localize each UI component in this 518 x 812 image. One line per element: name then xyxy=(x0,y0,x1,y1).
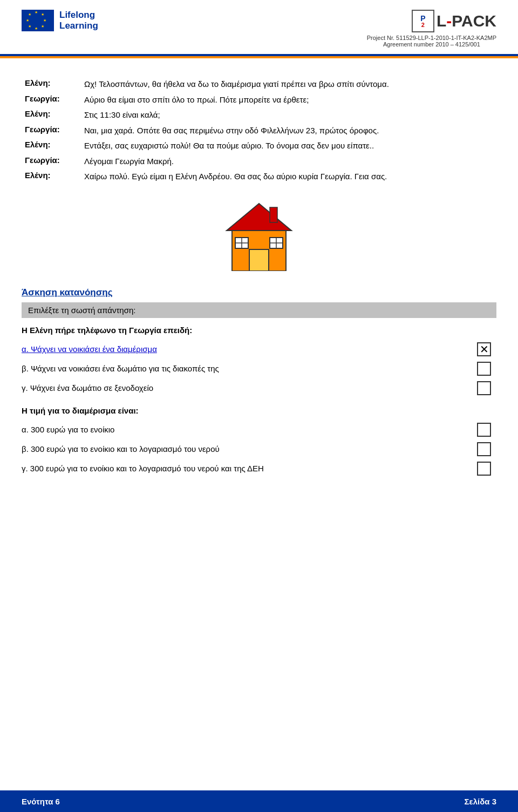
dialogue-row: Ελένη: Ωχ! Τελοσπάντων, θα ήθελα να δω τ… xyxy=(22,77,496,92)
answer-row: α. 300 ευρώ για το ενοίκιο xyxy=(22,423,496,437)
logo-left: ★ ★ ★ ★ ★ ★ ★ ★ Lifelong Learning xyxy=(22,10,98,32)
answer-row: γ. 300 ευρώ για το ενοίκιο και το λογαρι… xyxy=(22,462,496,476)
answer-row: γ. Ψάχνει ένα δωμάτιο σε ξενοδοχείο xyxy=(22,381,496,395)
lpack-top: P 2 L-PACK xyxy=(412,10,496,32)
svg-rect-18 xyxy=(270,207,277,222)
answer-label: γ. Ψάχνει ένα δωμάτιο σε ξενοδοχείο xyxy=(22,383,477,393)
house-svg xyxy=(216,195,302,271)
cube-p: P xyxy=(420,15,425,22)
orange-line xyxy=(0,56,518,58)
checkbox[interactable]: ✕ xyxy=(477,342,491,356)
answer-row: β. Ψάχνει να νοικιάσει ένα δωμάτιο για τ… xyxy=(22,362,496,376)
answer-label: β. Ψάχνει να νοικιάσει ένα δωμάτιο για τ… xyxy=(22,364,477,373)
speaker: Γεωργία: xyxy=(22,154,81,170)
checkbox[interactable] xyxy=(477,381,491,395)
speech: Αύριο θα είμαι στο σπίτι όλο το πρωί. Πό… xyxy=(81,92,496,108)
exercise-title: Άσκηση κατανόησης xyxy=(22,287,496,298)
cube-2: 2 xyxy=(421,22,425,28)
svg-text:★: ★ xyxy=(41,12,44,16)
dialogue-row: Ελένη: Χαίρω πολύ. Εγώ είμαι η Ελένη Ανδ… xyxy=(22,169,496,185)
answer-row: α. Ψάχνει να νοικιάσει ένα διαμέρισμα ✕ xyxy=(22,342,496,356)
svg-text:★: ★ xyxy=(26,18,29,22)
answer-label: α. Ψάχνει να νοικιάσει ένα διαμέρισμα xyxy=(22,344,477,354)
svg-rect-11 xyxy=(249,249,269,271)
exercise-section: Άσκηση κατανόησης Επιλέξτε τη σωστή απάν… xyxy=(22,287,496,476)
lpack-logo-area: P 2 L-PACK Project Nr. 511529-LLP-1-2010… xyxy=(367,10,496,48)
svg-text:★: ★ xyxy=(35,26,38,30)
lpack-main-text: L-PACK xyxy=(437,12,496,30)
main-content: Ελένη: Ωχ! Τελοσπάντων, θα ήθελα να δω τ… xyxy=(0,71,518,812)
speech: Λέγομαι Γεωργία Μακρή. xyxy=(81,154,496,170)
project-info: Project Nr. 511529-LLP-1-2010-1-IT-KA2-K… xyxy=(367,35,496,48)
checkbox[interactable] xyxy=(477,462,491,476)
answers1-group: α. Ψάχνει να νοικιάσει ένα διαμέρισμα ✕ … xyxy=(22,342,496,395)
speaker: Ελένη: xyxy=(22,138,81,154)
speaker: Ελένη: xyxy=(22,107,81,123)
speaker: Ελένη: xyxy=(22,77,81,92)
lifelong-line1: Lifelong xyxy=(59,10,98,21)
lpack-dash: - xyxy=(446,12,452,30)
speech: Στις 11:30 είναι καλά; xyxy=(81,107,496,123)
lpack-cube: P 2 xyxy=(412,10,434,32)
exercise-instruction: Επιλέξτε τη σωστή απάντηση: xyxy=(22,302,496,318)
speech: Ωχ! Τελοσπάντων, θα ήθελα να δω το διαμέ… xyxy=(81,77,496,92)
eu-logo: ★ ★ ★ ★ ★ ★ ★ ★ xyxy=(22,10,54,31)
checkbox[interactable] xyxy=(477,362,491,376)
exercise-question1: Η Ελένη πήρε τηλέφωνο τη Γεωργία επειδή: xyxy=(22,326,496,335)
lifelong-text: Lifelong Learning xyxy=(59,10,98,32)
project-line2: Agreement number 2010 – 4125/001 xyxy=(367,41,496,48)
dialogue-table: Ελένη: Ωχ! Τελοσπάντων, θα ήθελα να δω τ… xyxy=(22,77,496,185)
lifelong-line2: Learning xyxy=(59,21,98,31)
lpack-pack: PACK xyxy=(452,12,496,30)
speaker: Ελένη: xyxy=(22,169,81,185)
exercise-question2: Η τιμή για το διαμέρισμα είναι: xyxy=(22,406,496,415)
speaker: Γεωργία: xyxy=(22,123,81,139)
speech: Χαίρω πολύ. Εγώ είμαι η Ελένη Ανδρέου. Θ… xyxy=(81,169,496,185)
checkbox[interactable] xyxy=(477,442,491,456)
speech: Ναι, μια χαρά. Οπότε θα σας περιμένω στη… xyxy=(81,123,496,139)
project-line1: Project Nr. 511529-LLP-1-2010-1-IT-KA2-K… xyxy=(367,35,496,41)
svg-text:★: ★ xyxy=(28,12,31,16)
answer-row: β. 300 ευρώ για το ενοίκιο και το λογαρι… xyxy=(22,442,496,456)
lpack-l: L xyxy=(437,12,446,30)
footer-right: Σελίδα 3 xyxy=(465,797,496,806)
dialogue-row: Ελένη: Στις 11:30 είναι καλά; xyxy=(22,107,496,123)
svg-text:★: ★ xyxy=(28,24,31,28)
page: ★ ★ ★ ★ ★ ★ ★ ★ Lifelong Learning xyxy=(0,0,518,812)
checkbox[interactable] xyxy=(477,423,491,437)
dialogue-row: Γεωργία: Αύριο θα είμαι στο σπίτι όλο το… xyxy=(22,92,496,108)
svg-text:★: ★ xyxy=(41,24,44,28)
answer-label: α. 300 ευρώ για το ενοίκιο xyxy=(22,425,477,434)
svg-marker-10 xyxy=(227,204,291,231)
svg-text:★: ★ xyxy=(35,10,38,14)
dialogue-row: Γεωργία: Ναι, μια χαρά. Οπότε θα σας περ… xyxy=(22,123,496,139)
answer-label: β. 300 ευρώ για το ενοίκιο και το λογαρι… xyxy=(22,444,477,454)
svg-text:★: ★ xyxy=(43,18,46,22)
speech: Εντάξει, σας ευχαριστώ πολύ! Θα τα πούμε… xyxy=(81,138,496,154)
footer-left: Ενότητα 6 xyxy=(22,797,60,806)
dialogue-row: Ελένη: Εντάξει, σας ευχαριστώ πολύ! Θα τ… xyxy=(22,138,496,154)
dialogue-row: Γεωργία: Λέγομαι Γεωργία Μακρή. xyxy=(22,154,496,170)
answers2-group: α. 300 ευρώ για το ενοίκιο β. 300 ευρώ γ… xyxy=(22,423,496,476)
answer-label: γ. 300 ευρώ για το ενοίκιο και το λογαρι… xyxy=(22,464,477,473)
footer: Ενότητα 6 Σελίδα 3 xyxy=(0,790,518,812)
house-illustration xyxy=(22,195,496,271)
speaker: Γεωργία: xyxy=(22,92,81,108)
header: ★ ★ ★ ★ ★ ★ ★ ★ Lifelong Learning xyxy=(0,0,518,48)
